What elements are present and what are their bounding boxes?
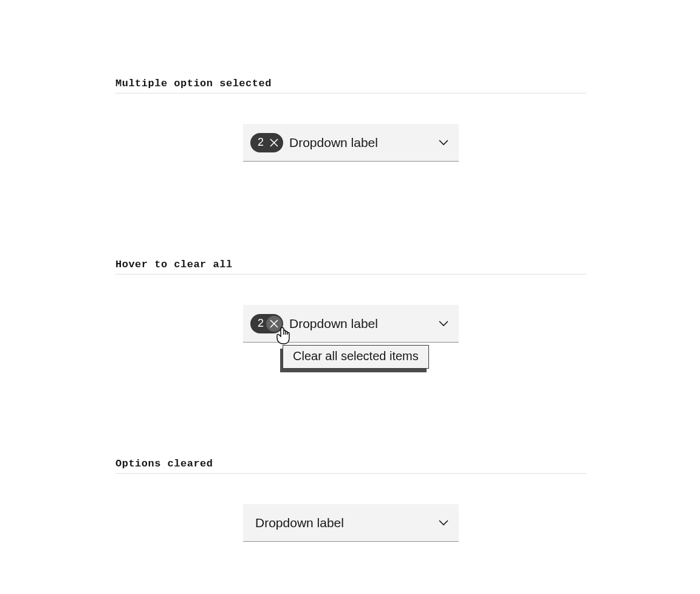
section-heading: Options cleared xyxy=(115,458,586,474)
dropdown-container: 2 Dropdown label Clear all selected item… xyxy=(243,305,459,343)
section-options-cleared: Options cleared Dropdown label xyxy=(115,343,586,542)
chevron-down-icon xyxy=(438,517,449,528)
selection-tag[interactable]: 2 xyxy=(250,314,283,333)
multiselect-dropdown[interactable]: Dropdown label xyxy=(243,504,459,542)
section-heading: Multiple option selected xyxy=(115,78,586,94)
multiselect-dropdown[interactable]: 2 Dropdown label xyxy=(243,305,459,343)
dropdown-container: Dropdown label xyxy=(243,504,459,542)
dropdown-label: Dropdown label xyxy=(289,316,438,331)
clear-selection-icon[interactable] xyxy=(266,135,282,151)
selection-tag[interactable]: 2 xyxy=(250,133,283,152)
selection-count: 2 xyxy=(258,136,266,149)
section-heading: Hover to clear all xyxy=(115,259,586,275)
multiselect-dropdown[interactable]: 2 Dropdown label xyxy=(243,124,459,162)
dropdown-label: Dropdown label xyxy=(255,516,438,530)
chevron-down-icon xyxy=(438,318,449,329)
selection-count: 2 xyxy=(258,317,266,330)
section-hover-clear: Hover to clear all 2 Dropdown label Clea… xyxy=(115,162,586,343)
clear-selection-icon[interactable] xyxy=(266,316,282,332)
section-multiple-selected: Multiple option selected 2 Dropdown labe… xyxy=(115,0,586,162)
chevron-down-icon xyxy=(438,137,449,148)
dropdown-container: 2 Dropdown label xyxy=(243,124,459,162)
dropdown-label: Dropdown label xyxy=(289,135,438,150)
